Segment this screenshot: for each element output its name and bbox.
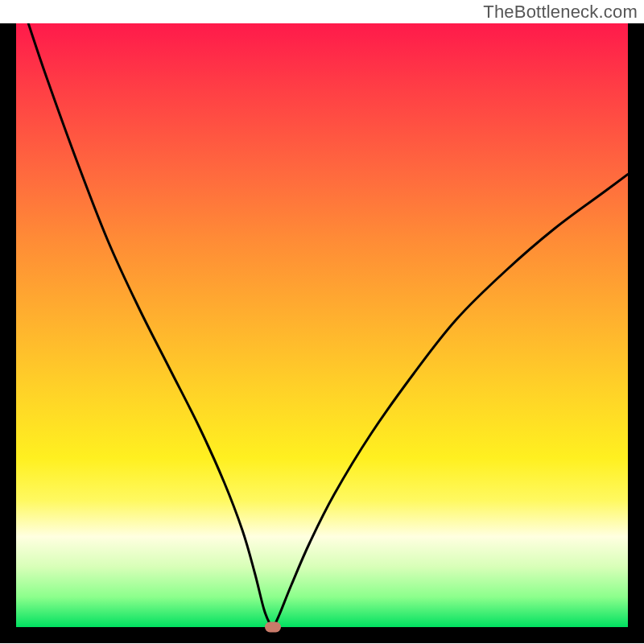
optimum-marker <box>265 622 281 633</box>
curve-svg <box>16 23 628 627</box>
watermark-text: TheBottleneck.com <box>483 2 638 23</box>
bottleneck-curve <box>28 23 628 627</box>
chart-frame <box>0 23 644 643</box>
chart-container: TheBottleneck.com <box>0 0 644 644</box>
plot-area <box>16 23 628 627</box>
